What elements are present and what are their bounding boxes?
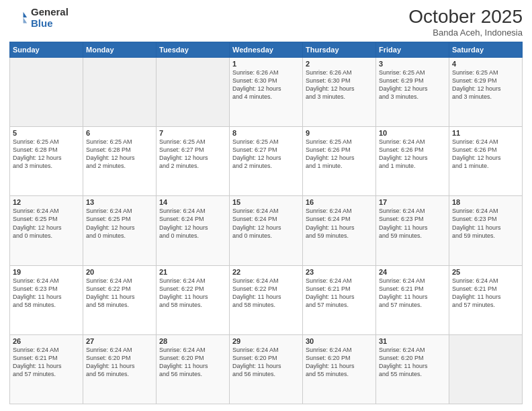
calendar-cell: 13Sunrise: 6:24 AM Sunset: 6:25 PM Dayli… bbox=[83, 196, 157, 265]
calendar-cell: 14Sunrise: 6:24 AM Sunset: 6:24 PM Dayli… bbox=[157, 196, 230, 265]
calendar-body: 1Sunrise: 6:26 AM Sunset: 6:30 PM Daylig… bbox=[10, 57, 523, 404]
calendar-cell: 19Sunrise: 6:24 AM Sunset: 6:23 PM Dayli… bbox=[10, 265, 83, 334]
day-info: Sunrise: 6:25 AM Sunset: 6:29 PM Dayligh… bbox=[452, 68, 519, 101]
day-info: Sunrise: 6:24 AM Sunset: 6:20 PM Dayligh… bbox=[379, 346, 446, 379]
day-number: 21 bbox=[159, 268, 226, 276]
day-info: Sunrise: 6:24 AM Sunset: 6:26 PM Dayligh… bbox=[452, 138, 519, 171]
calendar-title: October 2025 bbox=[408, 7, 523, 28]
day-number: 31 bbox=[379, 337, 446, 345]
calendar-cell: 9Sunrise: 6:25 AM Sunset: 6:26 PM Daylig… bbox=[303, 127, 376, 196]
calendar-cell bbox=[83, 57, 157, 126]
day-info: Sunrise: 6:24 AM Sunset: 6:24 PM Dayligh… bbox=[232, 207, 300, 240]
day-number: 8 bbox=[232, 129, 300, 137]
day-info: Sunrise: 6:24 AM Sunset: 6:24 PM Dayligh… bbox=[159, 207, 226, 240]
day-number: 27 bbox=[86, 337, 153, 345]
logo-text: General Blue bbox=[31, 7, 69, 29]
calendar-location: Banda Aceh, Indonesia bbox=[408, 28, 523, 38]
calendar-table: Sunday Monday Tuesday Wednesday Thursday… bbox=[9, 42, 523, 404]
day-number: 20 bbox=[86, 268, 153, 276]
calendar-week-3: 12Sunrise: 6:24 AM Sunset: 6:25 PM Dayli… bbox=[10, 196, 523, 265]
logo-general-text: General bbox=[31, 7, 69, 18]
svg-marker-0 bbox=[24, 11, 28, 17]
day-number: 2 bbox=[306, 60, 373, 68]
day-number: 4 bbox=[452, 60, 519, 68]
day-number: 17 bbox=[379, 198, 446, 206]
calendar-cell: 5Sunrise: 6:25 AM Sunset: 6:28 PM Daylig… bbox=[10, 127, 83, 196]
day-number: 16 bbox=[306, 198, 373, 206]
day-number: 30 bbox=[306, 337, 373, 345]
day-info: Sunrise: 6:24 AM Sunset: 6:26 PM Dayligh… bbox=[379, 138, 446, 171]
calendar-cell: 2Sunrise: 6:26 AM Sunset: 6:30 PM Daylig… bbox=[303, 57, 376, 126]
day-number: 6 bbox=[86, 129, 153, 137]
day-number: 11 bbox=[452, 129, 519, 137]
title-block: October 2025 Banda Aceh, Indonesia bbox=[408, 7, 523, 38]
logo-blue-text: Blue bbox=[31, 18, 69, 30]
page: General Blue October 2025 Banda Aceh, In… bbox=[0, 0, 532, 411]
calendar-cell bbox=[157, 57, 230, 126]
calendar-cell bbox=[449, 334, 523, 404]
calendar-cell: 3Sunrise: 6:25 AM Sunset: 6:29 PM Daylig… bbox=[376, 57, 449, 126]
day-info: Sunrise: 6:24 AM Sunset: 6:23 PM Dayligh… bbox=[13, 277, 80, 310]
day-number: 5 bbox=[13, 129, 80, 137]
day-number: 26 bbox=[13, 337, 80, 345]
calendar-cell: 31Sunrise: 6:24 AM Sunset: 6:20 PM Dayli… bbox=[376, 334, 449, 404]
calendar-cell: 20Sunrise: 6:24 AM Sunset: 6:22 PM Dayli… bbox=[83, 265, 157, 334]
calendar-cell: 25Sunrise: 6:24 AM Sunset: 6:21 PM Dayli… bbox=[449, 265, 523, 334]
day-number: 13 bbox=[86, 198, 153, 206]
calendar-cell: 26Sunrise: 6:24 AM Sunset: 6:21 PM Dayli… bbox=[10, 334, 83, 404]
day-info: Sunrise: 6:25 AM Sunset: 6:26 PM Dayligh… bbox=[306, 138, 373, 171]
day-number: 23 bbox=[306, 268, 373, 276]
day-number: 3 bbox=[379, 60, 446, 68]
day-number: 12 bbox=[13, 198, 80, 206]
calendar-cell: 28Sunrise: 6:24 AM Sunset: 6:20 PM Dayli… bbox=[157, 334, 230, 404]
day-number: 28 bbox=[159, 337, 226, 345]
calendar-cell: 27Sunrise: 6:24 AM Sunset: 6:20 PM Dayli… bbox=[83, 334, 157, 404]
day-info: Sunrise: 6:24 AM Sunset: 6:20 PM Dayligh… bbox=[159, 346, 226, 379]
col-wednesday: Wednesday bbox=[230, 42, 303, 57]
calendar-cell bbox=[10, 57, 83, 126]
day-number: 15 bbox=[232, 198, 300, 206]
day-number: 9 bbox=[306, 129, 373, 137]
calendar-cell: 11Sunrise: 6:24 AM Sunset: 6:26 PM Dayli… bbox=[449, 127, 523, 196]
calendar-cell: 21Sunrise: 6:24 AM Sunset: 6:22 PM Dayli… bbox=[157, 265, 230, 334]
day-info: Sunrise: 6:24 AM Sunset: 6:21 PM Dayligh… bbox=[379, 277, 446, 310]
calendar-cell: 22Sunrise: 6:24 AM Sunset: 6:22 PM Dayli… bbox=[230, 265, 303, 334]
col-tuesday: Tuesday bbox=[157, 42, 230, 57]
calendar-week-2: 5Sunrise: 6:25 AM Sunset: 6:28 PM Daylig… bbox=[10, 127, 523, 196]
day-info: Sunrise: 6:24 AM Sunset: 6:21 PM Dayligh… bbox=[452, 277, 519, 310]
calendar-cell: 6Sunrise: 6:25 AM Sunset: 6:28 PM Daylig… bbox=[83, 127, 157, 196]
day-info: Sunrise: 6:24 AM Sunset: 6:23 PM Dayligh… bbox=[379, 207, 446, 240]
svg-marker-1 bbox=[24, 17, 28, 23]
day-info: Sunrise: 6:24 AM Sunset: 6:22 PM Dayligh… bbox=[159, 277, 226, 310]
calendar-cell: 4Sunrise: 6:25 AM Sunset: 6:29 PM Daylig… bbox=[449, 57, 523, 126]
col-sunday: Sunday bbox=[10, 42, 83, 57]
col-thursday: Thursday bbox=[303, 42, 376, 57]
day-info: Sunrise: 6:24 AM Sunset: 6:20 PM Dayligh… bbox=[86, 346, 153, 379]
calendar-cell: 29Sunrise: 6:24 AM Sunset: 6:20 PM Dayli… bbox=[230, 334, 303, 404]
day-info: Sunrise: 6:24 AM Sunset: 6:21 PM Dayligh… bbox=[306, 277, 373, 310]
day-info: Sunrise: 6:24 AM Sunset: 6:23 PM Dayligh… bbox=[452, 207, 519, 240]
col-monday: Monday bbox=[83, 42, 157, 57]
day-number: 1 bbox=[232, 60, 300, 68]
day-number: 18 bbox=[452, 198, 519, 206]
day-info: Sunrise: 6:24 AM Sunset: 6:22 PM Dayligh… bbox=[86, 277, 153, 310]
calendar-week-5: 26Sunrise: 6:24 AM Sunset: 6:21 PM Dayli… bbox=[10, 334, 523, 404]
day-number: 14 bbox=[159, 198, 226, 206]
day-info: Sunrise: 6:24 AM Sunset: 6:20 PM Dayligh… bbox=[232, 346, 300, 379]
day-info: Sunrise: 6:25 AM Sunset: 6:29 PM Dayligh… bbox=[379, 68, 446, 101]
day-info: Sunrise: 6:25 AM Sunset: 6:28 PM Dayligh… bbox=[86, 138, 153, 171]
day-info: Sunrise: 6:24 AM Sunset: 6:22 PM Dayligh… bbox=[232, 277, 300, 310]
calendar-week-1: 1Sunrise: 6:26 AM Sunset: 6:30 PM Daylig… bbox=[10, 57, 523, 126]
day-number: 29 bbox=[232, 337, 300, 345]
day-info: Sunrise: 6:24 AM Sunset: 6:20 PM Dayligh… bbox=[306, 346, 373, 379]
calendar-cell: 18Sunrise: 6:24 AM Sunset: 6:23 PM Dayli… bbox=[449, 196, 523, 265]
day-number: 25 bbox=[452, 268, 519, 276]
day-number: 7 bbox=[159, 129, 226, 137]
day-info: Sunrise: 6:26 AM Sunset: 6:30 PM Dayligh… bbox=[232, 68, 300, 101]
calendar-cell: 15Sunrise: 6:24 AM Sunset: 6:24 PM Dayli… bbox=[230, 196, 303, 265]
calendar-cell: 1Sunrise: 6:26 AM Sunset: 6:30 PM Daylig… bbox=[230, 57, 303, 126]
logo: General Blue bbox=[9, 7, 69, 29]
calendar-cell: 8Sunrise: 6:25 AM Sunset: 6:27 PM Daylig… bbox=[230, 127, 303, 196]
calendar-cell: 30Sunrise: 6:24 AM Sunset: 6:20 PM Dayli… bbox=[303, 334, 376, 404]
calendar-header-row: Sunday Monday Tuesday Wednesday Thursday… bbox=[10, 42, 523, 57]
